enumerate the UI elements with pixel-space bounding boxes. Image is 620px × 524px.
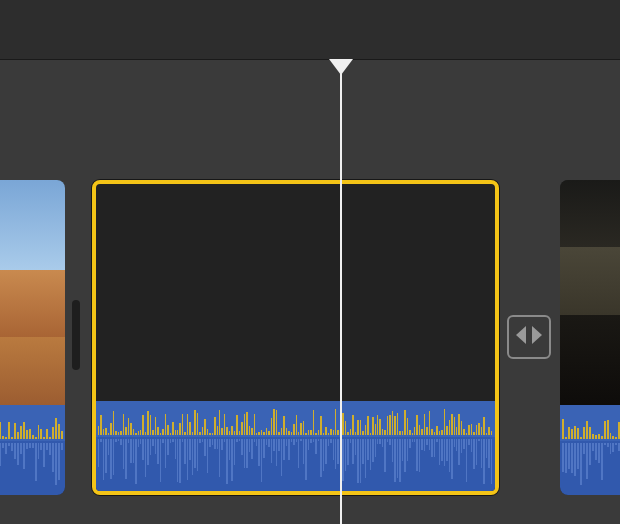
clip-prev[interactable] (0, 180, 65, 495)
transition-cross-dissolve[interactable] (507, 315, 551, 359)
clip-thumbnail (560, 180, 620, 405)
clip-next[interactable] (560, 180, 620, 495)
clip-audio-track[interactable] (560, 405, 620, 495)
clip-selected[interactable] (92, 180, 499, 495)
clip-thumbnail (0, 180, 65, 405)
audio-waveform-lower (560, 443, 620, 491)
clip-edge-handle[interactable] (72, 300, 80, 370)
audio-waveform (96, 405, 495, 435)
playhead[interactable] (340, 60, 342, 524)
toolbar-strip (0, 0, 620, 60)
cross-dissolve-icon (514, 320, 544, 354)
clip-audio-track[interactable] (0, 405, 65, 495)
playhead-marker-icon (329, 59, 353, 75)
audio-waveform (560, 409, 620, 439)
audio-waveform-lower (96, 439, 495, 487)
clip-audio-track[interactable] (96, 401, 495, 491)
timeline[interactable] (0, 60, 620, 524)
audio-waveform (0, 409, 65, 439)
audio-waveform-lower (0, 443, 65, 491)
